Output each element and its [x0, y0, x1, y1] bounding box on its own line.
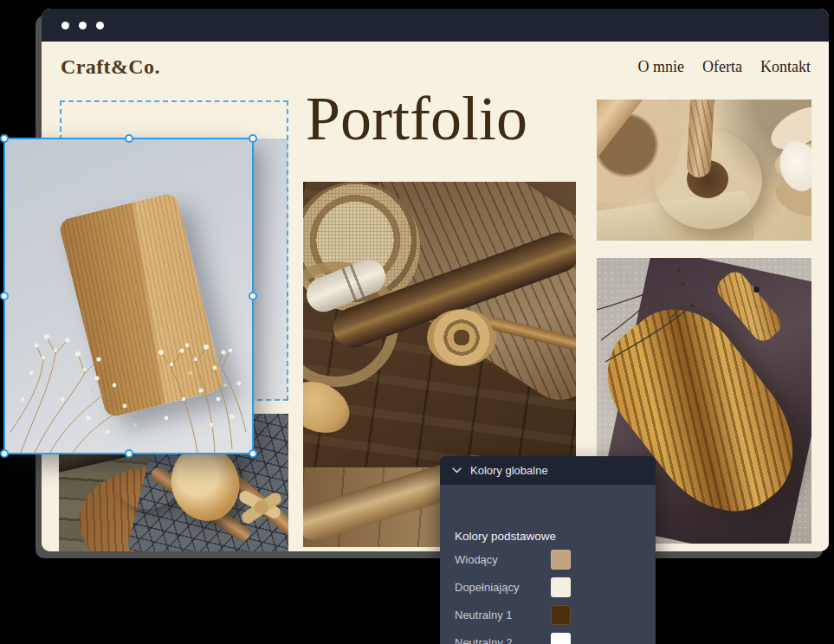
color-label-neutralny-2: Neutralny 2 — [455, 636, 512, 644]
gypsophila-flowers-shape — [5, 139, 252, 453]
resize-handle-bottom-left[interactable] — [0, 449, 9, 458]
nav-link-oferta[interactable]: Oferta — [702, 58, 742, 76]
resize-handle-middle-right[interactable] — [249, 292, 257, 300]
ladle-shape — [427, 309, 496, 366]
site-nav: O mnie Oferta Kontakt — [638, 58, 811, 76]
color-swatch-neutralny-1[interactable] — [551, 605, 571, 625]
nav-link-kontakt[interactable]: Kontakt — [760, 58, 811, 76]
pestle-shape — [686, 100, 715, 178]
chevron-down-icon — [452, 467, 462, 473]
panel-title: Kolory globalne — [470, 464, 548, 477]
color-row-dopelniajacy: Dopełniający — [455, 577, 643, 597]
window-control-dot-3[interactable] — [96, 22, 104, 29]
resize-handle-middle-left[interactable] — [0, 292, 9, 300]
color-row-neutralny-2: Neutralny 2 — [455, 633, 643, 644]
resize-handle-top-right[interactable] — [249, 134, 257, 143]
portfolio-heading[interactable]: Portfolio — [306, 85, 527, 153]
color-row-neutralny-1: Neutralny 1 — [455, 605, 643, 625]
resize-handle-bottom-right[interactable] — [249, 449, 257, 458]
nav-link-o-mnie[interactable]: O mnie — [638, 58, 685, 76]
global-colors-panel: Kolory globalne Kolory podstawowe Wiodąc… — [440, 456, 656, 644]
resize-handle-bottom-middle[interactable] — [125, 449, 133, 458]
photo-cutting-board-selected[interactable] — [3, 138, 254, 454]
window-control-dot-2[interactable] — [79, 22, 87, 29]
panel-header[interactable]: Kolory globalne — [440, 456, 656, 485]
resize-handle-top-left[interactable] — [0, 134, 9, 143]
photo-wooden-mortars[interactable] — [597, 100, 811, 241]
color-label-dopelniajacy: Dopełniający — [455, 581, 519, 594]
resize-handle-top-middle[interactable] — [125, 134, 133, 143]
browser-titlebar — [42, 9, 829, 42]
site-logo[interactable]: Craft&Co. — [61, 55, 160, 79]
color-swatch-neutralny-2[interactable] — [551, 633, 571, 644]
color-swatch-wiodacy[interactable] — [551, 550, 571, 570]
color-swatch-dopelniajacy[interactable] — [551, 577, 571, 597]
window-control-dot-1[interactable] — [61, 22, 69, 29]
color-row-wiodacy: Wiodący — [455, 550, 643, 570]
editor-canvas: { "window": { "traffic_light_count": 3 }… — [0, 0, 834, 644]
color-label-wiodacy: Wiodący — [455, 553, 498, 566]
color-label-neutralny-1: Neutralny 1 — [455, 609, 512, 621]
panel-section-title: Kolory podstawowe — [455, 530, 556, 543]
panel-body: Kolory podstawowe Wiodący Dopełniający N… — [440, 485, 656, 644]
raffia-bow-shape — [255, 500, 268, 514]
